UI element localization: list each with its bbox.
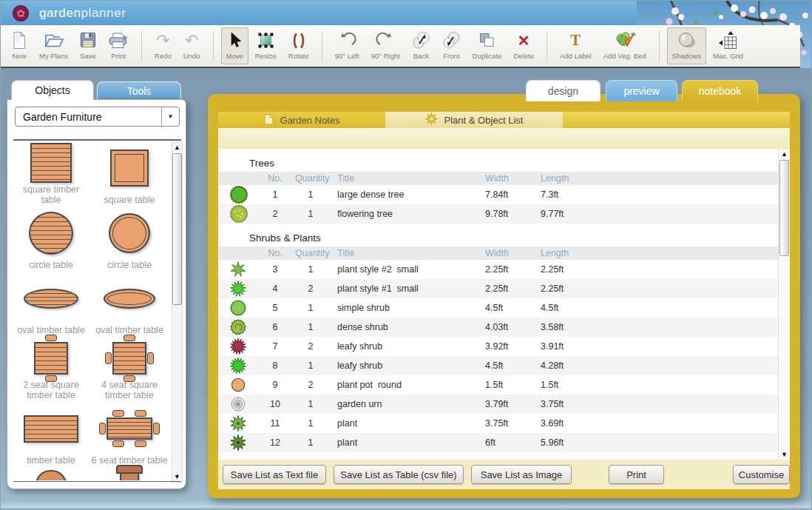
cell-quantity: 1 [295,322,326,332]
cell-title: plant [337,437,357,448]
object-item[interactable] [90,467,169,480]
circle-slats-shape [29,207,73,260]
toolbar-button-label: Front [443,52,459,60]
toolbar-button-my-plans[interactable]: My Plans [34,27,73,64]
cell-width: 3.79ft [485,399,508,409]
garden-urn-icon [230,396,246,412]
save-list-as-image-button[interactable]: Save List as Image [471,465,572,484]
toolbar-button-duplicate[interactable]: Duplicate [467,27,507,64]
duplicate-icon [478,30,496,50]
cell-length: 3.58ft [541,322,564,332]
list-scrollbar[interactable]: ▲ ▼ [778,149,790,460]
toolbar-button-print[interactable]: Print [103,27,134,64]
panel-divider [13,481,181,482]
objects-scrollbar[interactable]: ▲ ▼ [172,141,183,483]
category-dropdown-value: Garden Furniture [16,111,161,123]
tab-garden-notes-label: Garden Notes [280,115,340,126]
column-header-quantity: Quantity [295,173,326,184]
toolbar-button-delete[interactable]: ✕Delete [508,27,538,64]
object-item-square-table[interactable]: square table [90,141,169,207]
cell-length: 7.3ft [541,189,558,200]
tab-design[interactable]: design [526,80,600,101]
toolbar-button-label: Move [226,52,243,60]
object-item-circle-table[interactable]: circle table [90,207,169,272]
toolbar-separator [213,30,214,61]
cell-length: 4.5ft [541,303,558,313]
toolbar-button-label: Resize [255,52,277,60]
toolbar-button-undo[interactable]: ↶Undo [178,27,206,64]
toolbar-button-shadows[interactable]: Shadows [667,27,706,64]
background-horizon [1,500,811,508]
table-row: 92plant pot round1.5ft1.5ft [218,375,778,395]
object-item-oval-timber-table[interactable]: oval timber table [12,272,90,337]
column-header-length: Length [541,173,569,184]
tab-notebook[interactable]: notebook [682,80,758,101]
chevron-down-icon[interactable]: ▼ [161,107,179,126]
front-icon [442,30,461,50]
pedestal-partial-shape [120,467,139,480]
print-button[interactable]: Print [609,465,664,484]
cell-title: plant [337,418,357,429]
toolbar-button-rotate[interactable]: Rotate [283,27,314,64]
scroll-down-icon[interactable]: ▼ [172,472,182,482]
tab-preview[interactable]: preview [606,80,677,101]
save-list-as-text-file-button[interactable]: Save List as Text file [223,465,326,484]
object-item[interactable] [12,467,90,480]
toolbar-button-90-left[interactable]: 90° Left [330,27,365,64]
toolbar-button-add-label[interactable]: TAdd Label [555,27,597,64]
toolbar-button-resize[interactable]: Resize [250,27,282,64]
plant-list-area: TreesNo.QuantityTitleWidthLength11large … [218,149,790,460]
tab-tools[interactable]: Tools [97,81,181,100]
toolbar-button-redo[interactable]: ↷Redo [149,27,177,64]
plant-style2-icon [230,261,246,278]
tab-plant-object-list[interactable]: Plant & Object List [385,112,563,128]
toolbar-button-max-grid[interactable]: Max. Grid [708,27,748,64]
sq4seat-shape [112,337,146,380]
my-plans-icon [44,30,64,50]
toolbar-button-back[interactable]: Back [407,27,436,64]
new-icon [11,30,27,50]
toolbar-button-label: Back [413,52,429,60]
scroll-down-icon[interactable]: ▼ [779,449,790,460]
scrollbar-thumb[interactable] [779,160,789,256]
toolbar-button-front[interactable]: Front [437,27,466,64]
toolbar-button-move[interactable]: Move [221,27,248,64]
cell-title: leafy shrub [337,341,382,352]
cell-quantity: 2 [295,380,326,390]
chair-shape [135,410,146,417]
scroll-up-icon[interactable]: ▲ [779,149,790,159]
toolbar-button-save[interactable]: Save [75,27,101,64]
toolbar-button-90-right[interactable]: 90° Right [366,27,405,64]
object-item-4-seat-square-timber-table[interactable]: 4 seat square timber table [90,337,169,402]
cell-length: 3.75ft [541,399,564,409]
customise-button[interactable]: Customise [733,465,790,484]
cell-length: 4.28ft [541,360,564,371]
chair-shape [124,375,135,382]
object-item-timber-table[interactable]: timber table [12,402,90,467]
object-item-label: 6 seat timber table [92,455,168,466]
scroll-up-icon[interactable]: ▲ [172,142,182,152]
chair-shape [135,440,146,447]
object-item-oval-timber-table[interactable]: oval timber table [90,272,169,337]
dome-partial-shape [35,467,67,480]
cell-no: 1 [260,189,291,200]
category-dropdown[interactable]: Garden Furniture ▼ [15,107,180,127]
cell-length: 9.77ft [541,209,564,219]
save-list-as-table-csv-file-button[interactable]: Save List as Table (csv file) [334,465,464,484]
object-item-6-seat-timber-table[interactable]: 6 seat timber table [90,402,169,467]
scrollbar-thumb[interactable] [172,153,182,305]
object-item-square-timber-table[interactable]: square timber table [12,141,90,207]
tab-garden-notes[interactable]: Garden Notes [218,112,385,128]
toolbar-button-label: Add Veg. Bed [603,52,646,60]
table-row: 42plant style #1 small2.25ft2.25ft [218,279,778,298]
object-item-label: 4 seat square timber table [90,380,169,400]
toolbar-button-new[interactable]: New [6,27,33,64]
object-item-circle-table[interactable]: circle table [12,207,90,272]
note-page-icon [264,113,274,127]
tab-objects[interactable]: Objects [11,80,94,100]
chair-shape [124,335,135,341]
notebook-footer: Save List as Text fileSave List as Table… [218,460,790,489]
toolbar-button-add-veg-bed[interactable]: Add Veg. Bed [598,27,652,64]
cell-title: garden urn [337,399,382,409]
object-item-2-seat-square-timber-table[interactable]: 2 seat square timber table [12,337,90,402]
